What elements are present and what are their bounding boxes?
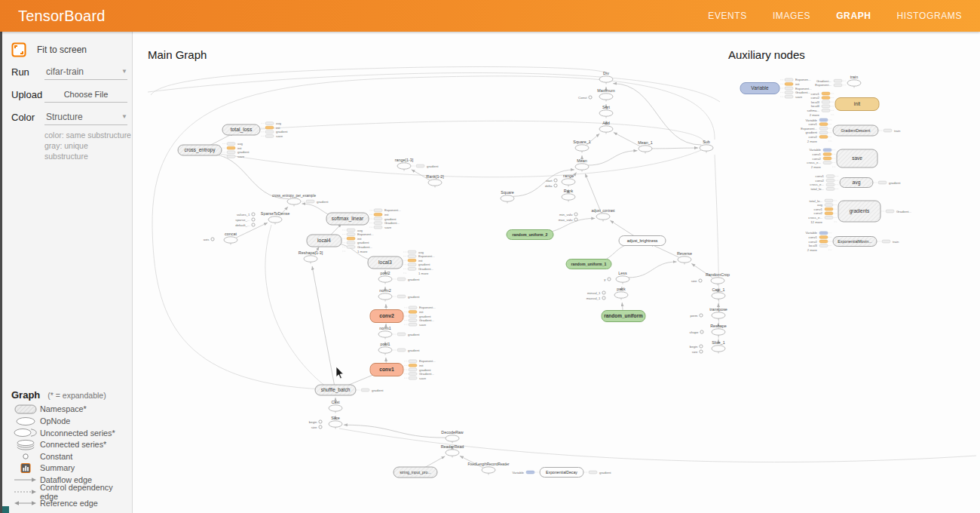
graph-node-flrr[interactable]: FixedLengthRecordReader: [467, 462, 510, 475]
graph-const-default_...[interactable]: default_...: [235, 223, 255, 227]
summary-icon: [11, 463, 40, 473]
graph-node-mean[interactable]: Mean: [575, 158, 589, 172]
graph-node-cast[interactable]: Cast: [329, 400, 342, 413]
tab-events[interactable]: EVENTS: [708, 11, 747, 21]
graph-const-shape[interactable]: shape: [690, 330, 704, 334]
graph-node-random_uniform[interactable]: random_uniform: [602, 311, 645, 322]
graph-node-div[interactable]: Div: [599, 71, 613, 84]
tab-images[interactable]: IMAGES: [773, 11, 810, 21]
graph-const-axis[interactable]: axis: [204, 238, 214, 241]
graph-node-reshape13[interactable]: Reshape[1-3]: [299, 250, 323, 264]
graph-canvas[interactable]: total_losscross_entropysoftmax_linearloc…: [133, 32, 980, 513]
graph-edge-shuffle_batch-reshape13: [312, 266, 334, 385]
graph-node-aux_gd[interactable]: GradientDescent: [833, 125, 878, 136]
graph-node-random_uniform_1[interactable]: random_uniform_1: [566, 260, 611, 269]
graph-const-size[interactable]: size: [692, 350, 703, 354]
graph-node-cast1[interactable]: Cast_1: [712, 287, 725, 301]
graph-node-concat[interactable]: concat: [224, 232, 237, 245]
graph-node-sqrt[interactable]: Sqrt: [599, 105, 613, 118]
graph-node-add[interactable]: Add: [599, 121, 613, 134]
graph-node-rank12[interactable]: Rank[1-2]: [426, 174, 444, 188]
graph-node-maximum[interactable]: Maximum: [597, 88, 615, 102]
graph-node-rank_s[interactable]: Rank: [562, 189, 575, 202]
fit-to-screen-control[interactable]: Fit to screen: [11, 42, 132, 57]
graph-const-size[interactable]: size: [311, 425, 322, 429]
graph-node-adjust_contrast[interactable]: adjust_contrast: [591, 209, 615, 222]
svg-text:gradient: gradient: [427, 164, 439, 168]
graph-node-reader_read[interactable]: ReaderRead: [441, 444, 464, 458]
color-select[interactable]: Structure ▼: [44, 110, 127, 125]
graph-node-pack[interactable]: pack: [614, 287, 628, 300]
graph-const-max_valu[interactable]: max_valu: [559, 218, 577, 222]
graph-node-less[interactable]: Less: [616, 271, 629, 284]
graph-node-slice1[interactable]: Slice_1: [712, 340, 725, 354]
graph-node-sparse[interactable]: SparseToDense: [261, 211, 289, 225]
graph-node-aux_avg[interactable]: avg: [840, 178, 873, 188]
graph-node-random_crop[interactable]: RandomCrop: [706, 272, 730, 286]
graph-node-total_loss[interactable]: total_loss: [222, 124, 260, 135]
graph-const-size[interactable]: size: [691, 279, 702, 283]
graph-const-sparse_...[interactable]: sparse_...: [235, 218, 255, 222]
graph-node-aux_variable[interactable]: Variable: [740, 83, 779, 94]
graph-node-pool2[interactable]: pool2: [378, 271, 392, 284]
fit-to-screen-icon[interactable]: [11, 42, 26, 57]
fit-to-screen-label: Fit to screen: [37, 45, 87, 55]
svg-text:init: init: [276, 126, 280, 130]
graph-node-conv1[interactable]: conv1: [370, 364, 403, 376]
graph-node-norm1[interactable]: norm1: [378, 326, 392, 339]
graph-node-softmax_linear[interactable]: softmax_linear: [326, 213, 369, 225]
graph-node-aux_gradients[interactable]: gradients: [838, 201, 880, 222]
graph-const-begin[interactable]: begin: [309, 420, 322, 424]
tab-graph[interactable]: GRAPH: [836, 11, 871, 21]
graph-const-perm[interactable]: perm: [690, 314, 703, 318]
graph-node-cross_entropy[interactable]: cross_entropy: [178, 145, 222, 155]
run-select[interactable]: cifar-train ▼: [44, 65, 127, 80]
graph-const-start[interactable]: start: [546, 179, 557, 183]
graph-node-decode_raw[interactable]: DecodeRaw: [441, 430, 463, 444]
graph-node-aux_ema[interactable]: ExponentialMovin...: [833, 237, 877, 247]
graph-const-delta[interactable]: delta: [545, 184, 557, 188]
graph-const-Const[interactable]: Const: [578, 96, 592, 100]
graph-node-local3[interactable]: local3: [368, 256, 403, 269]
graph-node-slice[interactable]: Slice: [329, 416, 342, 429]
graph-node-random_uniform_2[interactable]: random_uniform_2: [507, 230, 553, 240]
svg-text:conv2: conv2: [809, 240, 818, 244]
graph-node-shuffle_batch[interactable]: shuffle_batch: [315, 385, 356, 395]
graph-node-range_s[interactable]: range: [562, 174, 575, 187]
graph-const-maxval_1[interactable]: maxval_1: [586, 296, 605, 300]
svg-text:Gradient...: Gradient...: [419, 372, 434, 376]
svg-text:begin: begin: [309, 420, 317, 424]
choose-file-button[interactable]: Choose File: [44, 88, 127, 103]
graph-node-square[interactable]: Square: [501, 190, 514, 204]
graph-const-y[interactable]: y: [604, 278, 611, 281]
svg-text:1 more: 1 more: [357, 250, 368, 253]
graph-node-conv2[interactable]: conv2: [370, 310, 403, 323]
graph-node-norm2[interactable]: norm2: [378, 288, 392, 302]
constant-icon: [11, 453, 40, 460]
graph-const-min_valu[interactable]: min_valu: [559, 213, 577, 217]
graph-node-sub_r[interactable]: Sub: [700, 140, 713, 153]
svg-text:Gradient...: Gradient...: [357, 245, 372, 249]
graph-node-aux_init[interactable]: init: [835, 98, 879, 111]
svg-text:save: save: [795, 95, 803, 99]
graph-const-values_1[interactable]: values_1: [237, 213, 255, 217]
graph-edge-mean-mean1: [588, 151, 638, 165]
graph-node-transpose[interactable]: transpose: [709, 307, 727, 321]
graph-node-reverse[interactable]: Reverse: [677, 251, 692, 265]
graph-node-aux_save[interactable]: save: [837, 149, 877, 167]
graph-node-string_input[interactable]: string_input_pro...: [394, 467, 437, 478]
graph-node-local4[interactable]: local4: [307, 235, 341, 247]
graph-node-square1[interactable]: Square_1: [573, 140, 590, 153]
svg-text:gradient: gradient: [419, 315, 431, 318]
graph-const-begin[interactable]: begin: [690, 345, 703, 349]
svg-text:avg: avg: [853, 180, 861, 186]
tab-histograms[interactable]: HISTOGRAMS: [897, 11, 962, 21]
graph-node-range13[interactable]: range[1-3]: [395, 158, 414, 171]
graph-node-exp_decay[interactable]: ExponentialDecay: [540, 468, 583, 478]
graph-node-reshape_r[interactable]: Reshape: [710, 324, 727, 337]
graph-node-pool1[interactable]: pool1: [378, 342, 392, 355]
graph-node-adjust_brightness[interactable]: adjust_brightness: [619, 236, 666, 246]
graph-const-minval_1[interactable]: minval_1: [587, 291, 605, 295]
graph-node-mean1[interactable]: Mean_1: [638, 140, 652, 154]
graph-node-aux_train[interactable]: train: [847, 75, 861, 88]
